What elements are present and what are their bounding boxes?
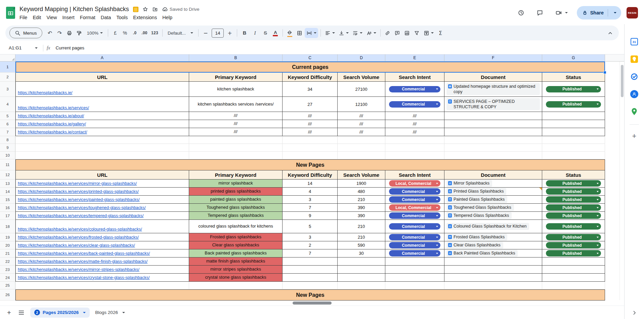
section-title-row-11[interactable]: New Pages xyxy=(15,159,605,170)
page-url-link[interactable]: https://kitchensplashbacks.ie/services/c… xyxy=(18,243,135,248)
table-header-search-volume[interactable]: Search Volume xyxy=(338,170,385,180)
page-url-link[interactable]: https://kitchensplashbacks.ie/services/m… xyxy=(18,267,139,272)
cell-search-volume[interactable]: 390 xyxy=(338,204,385,212)
cell-search-volume[interactable]: 210 xyxy=(338,196,385,204)
cell-document[interactable] xyxy=(444,257,542,266)
cell-search-intent[interactable]: /// xyxy=(385,112,444,120)
text-color-button[interactable]: A xyxy=(271,28,280,38)
zoom-select[interactable]: 100% xyxy=(84,28,106,38)
cell-primary-keyword[interactable]: /// xyxy=(189,112,283,120)
empty-cell[interactable] xyxy=(444,136,542,144)
cell-url[interactable]: https://kitchensplashbacks.ie/about/ xyxy=(15,112,189,120)
page-url-link[interactable]: https://kitchensplashbacks.ie/contact/ xyxy=(18,130,87,134)
menu-view[interactable]: View xyxy=(44,14,59,21)
cell-search-intent[interactable]: Local, Commercial xyxy=(385,180,444,188)
empty-cell[interactable] xyxy=(15,136,189,144)
text-rotation-button[interactable] xyxy=(364,28,378,38)
cell-document[interactable]: Painted Glass Splashbacks xyxy=(444,196,542,204)
cell-keyword-difficulty[interactable]: /// xyxy=(283,112,338,120)
row-header-16[interactable]: 16 xyxy=(0,204,15,212)
empty-cell[interactable] xyxy=(385,144,444,152)
menu-data[interactable]: Data xyxy=(98,14,114,21)
cell-primary-keyword[interactable]: kitchen splashback xyxy=(189,82,283,97)
keep-icon[interactable] xyxy=(628,53,640,65)
maps-icon[interactable] xyxy=(628,106,640,118)
cell-url[interactable]: https://kitchensplashbacks.ie/services/m… xyxy=(15,266,189,274)
collapse-panel-button[interactable] xyxy=(625,310,644,316)
empty-cell[interactable] xyxy=(189,136,283,144)
search-intent-dropdown[interactable]: Commercial xyxy=(389,223,440,230)
document-link-chip[interactable]: Painted Glass Splashbacks xyxy=(446,196,507,203)
cell-search-volume[interactable]: 210 xyxy=(338,220,385,233)
status-dropdown[interactable]: Published xyxy=(546,250,601,256)
undo-button[interactable]: ↶ xyxy=(45,28,55,38)
cell-document[interactable] xyxy=(444,120,542,128)
cell-status[interactable] xyxy=(542,128,605,136)
add-sheet-button[interactable]: + xyxy=(3,307,15,318)
status-dropdown[interactable]: Published xyxy=(546,223,601,230)
cell-primary-keyword[interactable]: Tempered glass splashbacks xyxy=(189,212,283,220)
row-header-4[interactable]: 4 xyxy=(0,97,15,112)
document-title[interactable]: Keyword Mapping | Kitchen Splashbacks xyxy=(19,6,129,13)
cell-keyword-difficulty[interactable]: 7 xyxy=(283,204,338,212)
cell-document[interactable]: Back Painted Glass Splashbacks xyxy=(444,249,542,257)
cell-status[interactable]: Published xyxy=(542,241,605,249)
page-url-link[interactable]: https://kitchensplashbacks.ie/services/p… xyxy=(18,197,140,202)
decrease-font-button[interactable]: − xyxy=(201,28,210,38)
page-url-link[interactable]: https://kitchensplashbacks.ie/services/t… xyxy=(18,205,146,210)
row-header-24[interactable]: 24 xyxy=(0,274,15,282)
cell-primary-keyword[interactable]: kitchen splashbacks services /services/ xyxy=(189,97,283,112)
table-header-search-volume[interactable]: Search Volume xyxy=(338,73,385,82)
cell-url[interactable]: https://kitchensplashbacks.ie/services/p… xyxy=(15,188,189,196)
cell-search-volume[interactable] xyxy=(338,274,385,282)
cell-document[interactable]: Clear Glass Splashbacks xyxy=(444,241,542,249)
column-header-B[interactable]: B xyxy=(189,54,283,62)
cell-document[interactable]: SERVICES PA­GE – OPTIMIZED STRUCTURE & C… xyxy=(444,97,542,112)
status-dropdown[interactable]: Published xyxy=(546,212,601,219)
cell-primary-keyword[interactable]: /// xyxy=(189,128,283,136)
sheet-tab-pages[interactable]: 2 Pages 2025/2026 xyxy=(30,308,90,318)
menu-file[interactable]: File xyxy=(17,14,30,21)
column-header-C[interactable]: C xyxy=(283,54,338,62)
cell-primary-keyword[interactable]: Back painted glass splashbacks xyxy=(189,249,283,257)
page-url-link[interactable]: https://kitchensplashbacks.ie/services/b… xyxy=(18,251,150,256)
cell-document[interactable] xyxy=(444,112,542,120)
chevron-down-icon[interactable] xyxy=(122,312,125,313)
cell-document[interactable]: Printed Glass Splashbacks xyxy=(444,188,542,196)
move-folder-icon[interactable] xyxy=(152,6,158,12)
cell-search-intent[interactable]: Commercial xyxy=(385,220,444,233)
page-url-link[interactable]: https://kitchensplashbacks.ie/about/ xyxy=(18,114,84,118)
cell-keyword-difficulty[interactable] xyxy=(283,266,338,274)
document-link-chip[interactable]: Updated homepage structure and optimized… xyxy=(446,83,540,95)
empty-cell[interactable] xyxy=(15,144,189,152)
empty-cell[interactable] xyxy=(542,144,605,152)
status-dropdown[interactable]: Published xyxy=(546,204,601,211)
increase-decimals-button[interactable]: .00 xyxy=(140,28,149,38)
cell-search-intent[interactable]: Commercial xyxy=(385,241,444,249)
menu-format[interactable]: Format xyxy=(77,14,98,21)
cell-status[interactable]: Published xyxy=(542,180,605,188)
cell-url[interactable]: https://kitchensplashbacks.ie/services/f… xyxy=(15,233,189,241)
column-header-G[interactable]: G xyxy=(542,54,605,62)
percent-format-button[interactable]: % xyxy=(120,28,130,38)
section-title-row-1[interactable]: Current pages xyxy=(15,62,605,73)
cell-primary-keyword[interactable]: painted glass splashbacks xyxy=(189,196,283,204)
row-header-3[interactable]: 3 xyxy=(0,82,15,97)
cell-status[interactable]: Published xyxy=(542,196,605,204)
row-header-14[interactable]: 14 xyxy=(0,188,15,196)
cell-url[interactable]: https://kitchensplashbacks.ie/services/b… xyxy=(15,249,189,257)
avatar[interactable]: RESIN xyxy=(627,7,638,18)
row-header-17[interactable]: 17 xyxy=(0,212,15,220)
document-link-chip[interactable]: Clear Glass Splashbacks xyxy=(446,242,503,248)
row-header-23[interactable]: 23 xyxy=(0,266,15,274)
empty-cell[interactable] xyxy=(444,282,542,289)
cell-keyword-difficulty[interactable]: 7 xyxy=(283,249,338,257)
row-header-26[interactable]: 26 xyxy=(0,289,15,301)
page-url-link[interactable]: https://kitchensplashbacks.ie/services/f… xyxy=(18,235,139,240)
cell-status[interactable] xyxy=(542,112,605,120)
empty-cell[interactable] xyxy=(189,152,283,159)
functions-button[interactable]: Σ xyxy=(436,28,445,38)
cell-status[interactable]: Published xyxy=(542,82,605,97)
star-icon[interactable] xyxy=(142,6,148,12)
empty-cell[interactable] xyxy=(283,152,338,159)
